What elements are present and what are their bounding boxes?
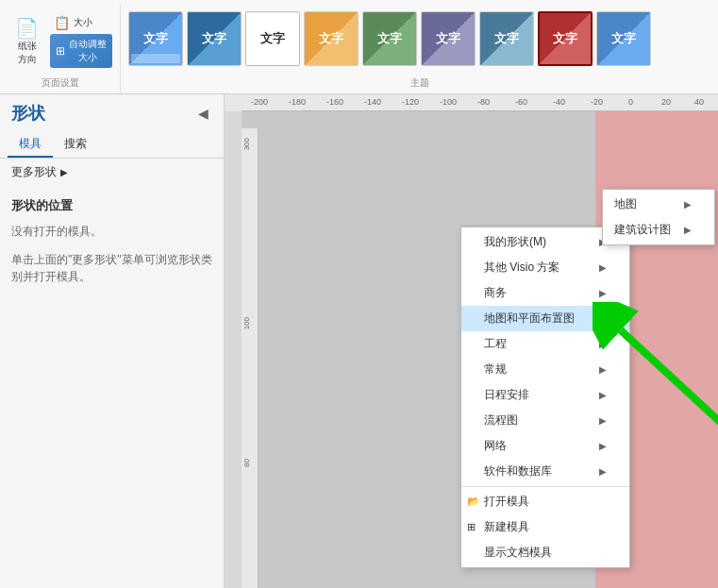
- more-shapes-label: 更多形状: [11, 164, 57, 180]
- menu-item-software-db[interactable]: 软件和数据库 ▶: [461, 459, 629, 484]
- theme-button-4[interactable]: 文字: [304, 11, 359, 66]
- new-stencil-icon: ⊞: [467, 521, 476, 533]
- paper-direction-label: 纸张 方向: [18, 40, 37, 66]
- size-button[interactable]: 📋 大小: [50, 13, 112, 32]
- theme-button-6[interactable]: 文字: [421, 11, 476, 66]
- more-shapes-button[interactable]: 更多形状 ▶: [0, 159, 224, 186]
- architecture-label: 建筑设计图: [614, 222, 671, 238]
- auto-adjust-label: 自动调整 大小: [69, 38, 107, 64]
- ruler-tick: -180: [289, 97, 306, 107]
- submenu-arrow-icon: ▶: [599, 415, 607, 426]
- ruler-tick: -20: [591, 97, 603, 107]
- menu-item-other-visio[interactable]: 其他 Visio 方案 ▶: [461, 255, 629, 280]
- submenu-arrow-icon: ▶: [599, 390, 607, 400]
- theme-button-3[interactable]: 文字: [245, 11, 300, 66]
- general-label: 常规: [484, 361, 507, 378]
- sidebar-hint: 单击上面的"更多形状"菜单可浏览形状类别并打开模具。: [0, 244, 224, 293]
- engineering-label: 工程: [484, 336, 507, 352]
- sidebar-collapse-button[interactable]: ◀: [194, 104, 212, 123]
- menu-item-schedule[interactable]: 日程安排 ▶: [461, 382, 629, 408]
- submenu-arrow-icon: ▶: [599, 466, 607, 477]
- submenu-arrow-icon: ▶: [599, 288, 607, 298]
- network-label: 网络: [484, 438, 507, 454]
- submenu-arrow-icon: ▶: [684, 199, 692, 210]
- menu-item-network[interactable]: 网络 ▶: [461, 433, 629, 459]
- theme-buttons: 文字 文字 文字 文字 文字 文字 文字 文字: [128, 11, 710, 66]
- sidebar-title: 形状: [11, 102, 45, 125]
- schedule-label: 日程安排: [484, 387, 529, 403]
- menu-item-show-doc-stencil[interactable]: 显示文档模具: [461, 540, 629, 565]
- ruler-tick: 40: [694, 97, 704, 107]
- ruler-tick: -140: [364, 97, 381, 107]
- sub-menu-item-architecture[interactable]: 建筑设计图 ▶: [603, 217, 714, 243]
- paper-direction-button[interactable]: 📄 纸张 方向: [8, 13, 46, 70]
- ruler-tick: -200: [251, 97, 268, 107]
- software-db-label: 软件和数据库: [484, 463, 552, 479]
- theme-button-2[interactable]: 文字: [187, 11, 242, 66]
- other-visio-label: 其他 Visio 方案: [484, 260, 559, 276]
- show-doc-stencil-label: 显示文档模具: [484, 545, 552, 561]
- menu-separator-1: [461, 486, 629, 487]
- ruler-tick: -80: [477, 97, 490, 107]
- theme-section-label: 主题: [121, 76, 718, 90]
- shape-location-title: 形状的位置: [0, 186, 224, 220]
- ruler-tick: -160: [326, 97, 343, 107]
- menu-item-general[interactable]: 常规 ▶: [461, 357, 629, 382]
- menu-item-engineering[interactable]: 工程 ▶: [461, 331, 629, 357]
- submenu-arrow-icon: ▶: [684, 225, 692, 235]
- submenu-arrow-icon: ▶: [599, 262, 607, 273]
- ribbon: 📄 纸张 方向 📋 大小 ⊞ 自动调整 大小 页面设置 文字: [0, 0, 718, 94]
- open-stencil-icon: 📂: [467, 496, 480, 508]
- ruler-left: 300 100 80: [242, 128, 259, 588]
- submenu-arrow-icon: ▶: [599, 339, 607, 349]
- ruler-tick: 0: [628, 97, 633, 107]
- ribbon-page-setup: 📄 纸张 方向 📋 大小 ⊞ 自动调整 大小 页面设置: [0, 4, 121, 93]
- my-shapes-label: 我的形状(M): [484, 234, 546, 250]
- more-shapes-arrow-icon: ▶: [60, 167, 68, 177]
- theme-button-7[interactable]: 文字: [479, 11, 534, 66]
- submenu-arrow-icon: ▶: [599, 364, 607, 375]
- page-setup-section-label: 页面设置: [0, 76, 120, 90]
- ribbon-theme: 文字 文字 文字 文字 文字 文字 文字 文字: [121, 4, 718, 93]
- menu-item-open-stencil[interactable]: 📂 打开模具: [461, 489, 629, 514]
- sidebar: 形状 ◀ 模具 搜索 更多形状 ▶ 形状的位置 没有打开的模具。 单击上面的"更…: [0, 94, 225, 588]
- open-stencil-label: 打开模具: [484, 494, 529, 510]
- submenu-arrow-icon: ▶: [599, 441, 607, 451]
- menu-item-maps-floor[interactable]: 地图和平面布置图 ▶: [461, 306, 629, 331]
- submenu-arrow-icon: ▶: [599, 313, 607, 324]
- main-area: 形状 ◀ 模具 搜索 更多形状 ▶ 形状的位置 没有打开的模具。 单击上面的"更…: [0, 94, 718, 588]
- auto-adjust-button[interactable]: ⊞ 自动调整 大小: [50, 34, 112, 68]
- tab-stencil[interactable]: 模具: [8, 132, 53, 158]
- flowchart-label: 流程图: [484, 412, 518, 428]
- menu-item-flowchart[interactable]: 流程图 ▶: [461, 408, 629, 433]
- ruler-top: -200 -180 -160 -140 -120 -100 -80 -60 -4…: [225, 94, 718, 111]
- canvas-area[interactable]: -200 -180 -160 -140 -120 -100 -80 -60 -4…: [225, 94, 718, 588]
- menu-item-business[interactable]: 商务 ▶: [461, 280, 629, 306]
- business-label: 商务: [484, 285, 507, 301]
- ruler-tick: 20: [661, 97, 671, 107]
- ribbon-small-buttons: 📋 大小 ⊞ 自动调整 大小: [50, 13, 112, 68]
- theme-button-8[interactable]: 文字: [538, 11, 593, 66]
- ruler-tick-left: 300: [242, 138, 251, 150]
- ruler-tick: -40: [553, 97, 565, 107]
- context-menu: 我的形状(M) ▶ 其他 Visio 方案 ▶ 商务 ▶ 地图和平面布置图 ▶ …: [460, 227, 630, 568]
- ruler-tick-left: 100: [242, 317, 251, 329]
- map-label: 地图: [614, 196, 637, 212]
- sub-menu: 地图 ▶ 建筑设计图 ▶: [602, 189, 715, 245]
- ruler-tick: -60: [515, 97, 527, 107]
- no-model-text: 没有打开的模具。: [0, 220, 224, 244]
- sidebar-tabs: 模具 搜索: [0, 132, 224, 159]
- ruler-tick-left: 80: [242, 459, 251, 467]
- theme-button-1[interactable]: 文字: [128, 11, 183, 66]
- ruler-tick: -100: [440, 97, 457, 107]
- theme-button-9[interactable]: 文字: [596, 11, 651, 66]
- ruler-tick: -120: [402, 97, 419, 107]
- theme-button-5[interactable]: 文字: [362, 11, 417, 66]
- tab-search[interactable]: 搜索: [53, 132, 98, 158]
- sidebar-header: 形状 ◀: [0, 94, 224, 132]
- size-label: 大小: [74, 16, 92, 29]
- menu-item-new-stencil[interactable]: ⊞ 新建模具: [461, 514, 629, 540]
- sub-menu-item-map[interactable]: 地图 ▶: [603, 192, 714, 217]
- maps-floor-label: 地图和平面布置图: [484, 311, 575, 327]
- new-stencil-label: 新建模具: [484, 519, 529, 535]
